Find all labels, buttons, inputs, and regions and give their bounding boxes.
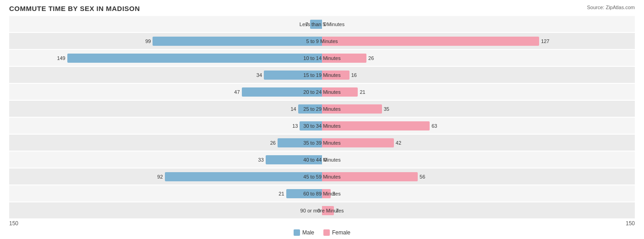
female-value: 7: [336, 208, 338, 213]
male-value: 14: [290, 106, 296, 112]
chart-container: COMMUTE TIME BY SEX IN MADISON Source: Z…: [0, 0, 644, 239]
chart-row: 7Less than 5 Minutes0: [9, 16, 635, 32]
left-section: 47: [9, 84, 322, 100]
female-value: 56: [420, 174, 425, 179]
legend-male: Male: [294, 229, 314, 236]
female-value: 26: [368, 55, 374, 61]
male-value: 149: [57, 55, 65, 61]
chart-row: 995 to 9 Minutes127: [9, 33, 635, 49]
chart-row: 3340 to 44 Minutes0: [9, 152, 635, 168]
male-bar: [67, 54, 322, 63]
male-bar: [153, 37, 322, 46]
legend-female-label: Female: [332, 229, 350, 236]
left-section: 26: [9, 135, 322, 151]
chart-row: 14910 to 14 Minutes26: [9, 50, 635, 66]
axis-left: 150: [9, 220, 18, 227]
left-section: 0: [9, 202, 322, 218]
male-bar: [300, 121, 322, 130]
female-value: 42: [396, 140, 401, 146]
right-section: 63: [322, 118, 635, 134]
chart-row: 4720 to 24 Minutes21: [9, 84, 635, 100]
right-section: 26: [322, 50, 635, 66]
male-value: 21: [278, 191, 284, 196]
axis-labels: 150 150: [9, 220, 635, 227]
male-bar: [278, 138, 322, 147]
right-section: 42: [322, 135, 635, 151]
right-section: 35: [322, 101, 635, 117]
male-value: 0: [317, 208, 320, 213]
legend-female-box: [323, 229, 330, 236]
male-bar: [266, 155, 322, 164]
female-value: 63: [431, 123, 437, 129]
chart-row: 2635 to 39 Minutes42: [9, 135, 635, 151]
chart-row: 2160 to 89 Minutes5: [9, 185, 635, 201]
male-bar: [310, 20, 322, 29]
chart-row: 9245 to 59 Minutes56: [9, 168, 635, 185]
male-bar: [242, 87, 322, 97]
right-section: 16: [322, 67, 635, 83]
legend: Male Female: [9, 229, 635, 236]
chart-title: COMMUTE TIME BY SEX IN MADISON: [9, 5, 635, 12]
chart-row: 1425 to 29 Minutes35: [9, 101, 635, 117]
male-bar: [286, 189, 322, 198]
female-bar: [322, 54, 366, 63]
female-value: 16: [351, 72, 357, 78]
legend-male-label: Male: [302, 229, 314, 236]
chart-row: 090 or more Minutes7: [9, 202, 635, 218]
male-bar: [165, 172, 322, 181]
male-bar: [264, 71, 322, 80]
female-bar: [322, 121, 430, 130]
female-bar: [322, 206, 334, 215]
male-value: 99: [145, 38, 151, 44]
left-section: 149: [9, 50, 322, 66]
left-section: 13: [9, 118, 322, 134]
legend-male-box: [294, 229, 300, 236]
male-value: 47: [234, 89, 240, 95]
female-value: 5: [333, 191, 335, 196]
male-value: 7: [306, 22, 308, 27]
female-value: 127: [541, 38, 549, 44]
right-section: 7: [322, 202, 635, 218]
right-section: 21: [322, 84, 635, 100]
female-value: 0: [324, 22, 327, 27]
female-bar: [322, 37, 539, 46]
chart-row: 1330 to 34 Minutes63: [9, 118, 635, 134]
bars-area: 7Less than 5 Minutes0995 to 9 Minutes127…: [9, 16, 635, 218]
female-bar: [322, 104, 382, 114]
male-value: 33: [258, 157, 264, 163]
right-section: 0: [322, 152, 635, 168]
female-bar: [322, 172, 418, 181]
left-section: 33: [9, 152, 322, 168]
female-value: 0: [324, 157, 327, 163]
right-section: 5: [322, 185, 635, 201]
source-label: Source: ZipAtlas.com: [587, 5, 635, 10]
left-section: 7: [9, 16, 322, 32]
male-value: 26: [270, 140, 276, 146]
female-bar: [322, 138, 394, 147]
female-value: 35: [384, 106, 389, 112]
male-value: 92: [157, 174, 163, 179]
male-value: 34: [257, 72, 262, 78]
right-section: 56: [322, 168, 635, 185]
chart-row: 3415 to 19 Minutes16: [9, 67, 635, 83]
female-bar: [322, 189, 331, 198]
left-section: 14: [9, 101, 322, 117]
axis-right: 150: [626, 220, 635, 227]
female-bar: [322, 87, 358, 97]
left-section: 99: [9, 33, 322, 49]
left-section: 34: [9, 67, 322, 83]
right-section: 0: [322, 16, 635, 32]
male-bar: [298, 104, 322, 114]
legend-female: Female: [323, 229, 350, 236]
right-section: 127: [322, 33, 635, 49]
female-value: 21: [360, 89, 365, 95]
left-section: 21: [9, 185, 322, 201]
female-bar: [322, 71, 349, 80]
left-section: 92: [9, 168, 322, 185]
male-value: 13: [292, 123, 298, 129]
